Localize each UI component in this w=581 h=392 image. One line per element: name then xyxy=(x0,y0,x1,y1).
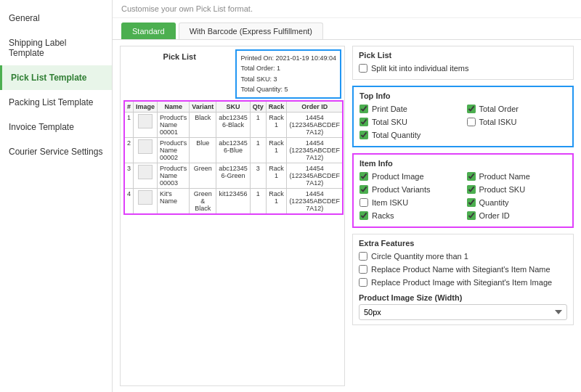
top-info-item: Print Date xyxy=(359,105,460,113)
col-orderid: Order ID xyxy=(287,101,343,113)
extra-features-section: Extra Features Circle Quantity more than… xyxy=(352,234,574,325)
col-name: Name xyxy=(158,101,190,113)
split-kit-row: Split kit into individual items xyxy=(359,64,567,73)
sidebar: General Shipping Label Template Pick Lis… xyxy=(0,0,113,392)
extra-feature-item: Circle Quantity more than 1 xyxy=(359,252,567,261)
pick-table: # Image Name Variant SKU Qty Rack Order … xyxy=(123,100,344,215)
tabs-row: Standard With Barcode (Express Fulfillme… xyxy=(113,18,581,40)
top-info-title: Top Info xyxy=(359,91,566,100)
sidebar-item-courier-settings[interactable]: Courier Service Settings xyxy=(0,139,112,164)
item-info-section: Item Info Product ImageProduct NameProdu… xyxy=(352,153,574,228)
right-panel: Pick List Split kit into individual item… xyxy=(352,46,574,386)
col-rack: Rack xyxy=(266,101,287,113)
sidebar-item-invoice[interactable]: Invoice Template xyxy=(0,115,112,139)
col-num: # xyxy=(124,101,134,113)
table-row: 2 Product's Name 00002 Blue abc12345 6-B… xyxy=(124,137,343,163)
content-area: Pick List Printed On: 2021-01-19 10:49:0… xyxy=(113,40,581,392)
item-info-item: Product Variants xyxy=(359,185,460,194)
tab-barcode[interactable]: With Barcode (Express Fulfillment) xyxy=(179,23,323,39)
preview-info-box: Printed On: 2021-01-19 10:49:04 Total Or… xyxy=(235,49,341,99)
split-kit-label: Split kit into individual items xyxy=(371,64,469,73)
top-info-item: Total Quantity xyxy=(359,131,460,139)
col-sku: SKU xyxy=(216,101,251,113)
item-info-item: Product Image xyxy=(359,172,460,181)
item-info-item: Product Name xyxy=(467,172,567,181)
item-info-item: Product SKU xyxy=(467,185,567,194)
sidebar-item-shipping-label[interactable]: Shipping Label Template xyxy=(0,30,112,65)
extra-features-list: Circle Quantity more than 1Replace Produ… xyxy=(359,252,567,289)
item-info-item: Order ID xyxy=(467,211,567,220)
item-info-item: Quantity xyxy=(467,198,567,207)
top-info-item: Total ISKU xyxy=(467,118,567,126)
col-image: Image xyxy=(134,101,158,113)
tab-standard[interactable]: Standard xyxy=(121,23,176,39)
product-image-size: Product Image Size (Width) 50px75px100px xyxy=(359,293,567,320)
product-image-size-label: Product Image Size (Width) xyxy=(359,293,567,302)
table-row: 4 Kit's Name Green & Black kit123456 1 R… xyxy=(124,188,343,214)
col-variant: Variant xyxy=(190,101,216,113)
col-qty: Qty xyxy=(250,101,266,113)
item-info-item: Item ISKU xyxy=(359,198,460,207)
table-row: 3 Product's Name 00003 Green abc12345 6-… xyxy=(124,163,343,188)
top-info-section: Top Info Print DateTotal OrderTotal SKUT… xyxy=(352,86,574,147)
extra-features-title: Extra Features xyxy=(359,239,567,248)
top-hint: Customise your own Pick List format. xyxy=(113,0,581,18)
sidebar-item-packing-list[interactable]: Packing List Template xyxy=(0,90,112,115)
extra-feature-item: Replace Product Name with Sitegiant's It… xyxy=(359,265,567,274)
top-info-item: Total SKU xyxy=(359,118,460,126)
main-content: Customise your own Pick List format. Sta… xyxy=(113,0,581,392)
top-info-grid: Print DateTotal OrderTotal SKUTotal ISKU… xyxy=(359,105,566,142)
pick-list-section: Pick List Split kit into individual item… xyxy=(352,46,574,80)
sidebar-item-general[interactable]: General xyxy=(0,6,112,30)
item-info-grid: Product ImageProduct NameProduct Variant… xyxy=(359,172,566,222)
product-image-size-select[interactable]: 50px75px100px xyxy=(359,304,567,320)
pick-list-title: Pick List xyxy=(123,49,235,64)
item-info-title: Item Info xyxy=(359,159,566,168)
preview-panel: Pick List Printed On: 2021-01-19 10:49:0… xyxy=(120,46,345,386)
top-info-item: Total Order xyxy=(467,105,567,113)
sidebar-item-pick-list[interactable]: Pick List Template xyxy=(0,65,112,90)
extra-feature-item: Replace Product Image with Sitegiant's I… xyxy=(359,278,567,287)
table-row: 1 Product's Name 00001 Black abc12345 6-… xyxy=(124,112,343,137)
pick-list-section-title: Pick List xyxy=(359,51,567,60)
split-kit-checkbox[interactable] xyxy=(359,64,367,73)
item-info-item: Racks xyxy=(359,211,460,220)
